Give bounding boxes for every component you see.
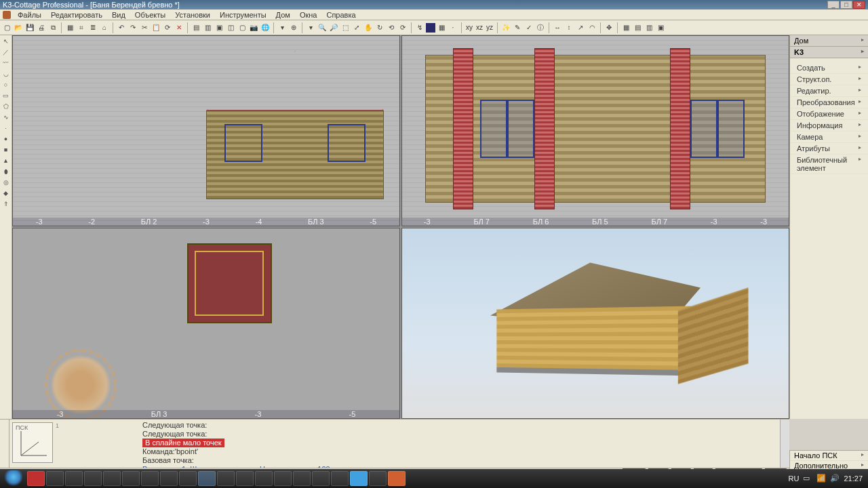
refresh-icon[interactable]: ⟳ (162, 22, 173, 33)
taskbar-item[interactable] (217, 471, 235, 486)
xy-button[interactable]: xy (465, 24, 474, 31)
taskbar-item[interactable] (103, 471, 121, 486)
menu-objects[interactable]: Объекты (131, 10, 170, 20)
cylinder-icon[interactable]: ⬮ (1, 167, 11, 176)
grid-icon[interactable]: ▦ (64, 22, 75, 33)
taskbar-item[interactable] (46, 471, 64, 486)
taskbar-item[interactable] (369, 471, 387, 486)
home-icon[interactable]: ⌂ (99, 22, 110, 33)
dim-h-icon[interactable]: ↔ (552, 22, 563, 33)
layer-icon[interactable]: ≣ (87, 22, 98, 33)
command-console[interactable]: Следующая точка: Следующая точка: В спла… (138, 420, 780, 468)
wire-icon[interactable]: ▦ (436, 22, 447, 33)
grid4-icon[interactable]: ▣ (655, 22, 666, 33)
taskbar-item[interactable] (312, 471, 330, 486)
grid3-icon[interactable]: ▥ (644, 22, 654, 33)
polygon-icon[interactable]: ⬠ (1, 102, 11, 111)
dim-v-icon[interactable]: ↕ (564, 22, 574, 33)
system-tray[interactable]: RU ▭ 📶 🔊 21:27 (789, 474, 867, 483)
taskbar-item[interactable] (198, 471, 216, 486)
taskbar-item[interactable] (27, 471, 45, 486)
tray-network-icon[interactable]: 📶 (816, 474, 826, 483)
globe-icon[interactable]: 🌐 (260, 22, 271, 33)
box-icon[interactable]: ▢ (237, 22, 248, 33)
taskbar-item[interactable] (65, 471, 83, 486)
cut-icon[interactable]: ✂ (139, 22, 150, 33)
window-cascade-icon[interactable]: ▥ (202, 22, 213, 33)
open-icon[interactable]: 📂 (13, 22, 24, 33)
side-item-create[interactable]: Создать▸ (790, 62, 868, 74)
rotate2-icon[interactable]: ⟳ (397, 22, 408, 33)
taskbar-item[interactable] (84, 471, 102, 486)
undo-icon[interactable]: ↶ (116, 22, 127, 33)
viewport-side[interactable]: -3БЛ 7 БЛ 6БЛ 5 БЛ 7-3 -3 (401, 35, 789, 226)
taskbar-item[interactable] (388, 471, 406, 486)
side-bottom-origin[interactable]: Начало ПСК▸ (790, 451, 868, 461)
paste-icon[interactable]: 📋 (151, 22, 161, 33)
side-item-attrs[interactable]: Атрибуты▸ (790, 143, 868, 155)
spline-icon[interactable]: ∿ (1, 113, 11, 122)
prism-icon[interactable]: ◆ (1, 188, 11, 198)
taskbar-item[interactable] (331, 471, 349, 486)
polyline-icon[interactable]: 〰 (1, 58, 11, 68)
point-icon[interactable]: · (1, 123, 11, 133)
menu-edit[interactable]: Редактировать (47, 10, 106, 20)
pencil-icon[interactable]: ✎ (512, 22, 523, 33)
taskbar-item[interactable] (236, 471, 254, 486)
grid1-icon[interactable]: ▦ (620, 22, 631, 33)
wand-icon[interactable]: ✨ (500, 22, 511, 33)
maximize-button[interactable]: □ (840, 1, 852, 9)
start-button[interactable] (1, 470, 26, 487)
axis-icon[interactable]: ↯ (414, 22, 425, 33)
snap-icon[interactable]: ⌗ (76, 22, 87, 33)
view-dropdown-icon[interactable]: ▾ (305, 22, 316, 33)
tray-flag-icon[interactable]: ▭ (803, 474, 812, 483)
taskbar-item[interactable] (160, 471, 178, 486)
extrude-icon[interactable]: ⇑ (1, 199, 11, 209)
taskbar-item[interactable] (350, 471, 368, 486)
line-icon[interactable]: ／ (1, 47, 11, 57)
torus-icon[interactable]: ◎ (1, 178, 11, 187)
check-icon[interactable]: ✓ (524, 22, 534, 33)
console-scrollbar[interactable] (780, 420, 789, 468)
viewport-front[interactable]: -3-2 БЛ 2-3 -4БЛ 3 -5 (12, 35, 400, 226)
cone-icon[interactable]: ▲ (1, 156, 11, 165)
side-item-display[interactable]: Отображение▸ (790, 108, 868, 120)
redo-icon[interactable]: ↷ (127, 22, 138, 33)
menu-tools[interactable]: Инструменты (216, 10, 271, 20)
window-split-icon[interactable]: ◫ (225, 22, 236, 33)
arc-icon[interactable]: ◡ (1, 69, 11, 79)
side-item-edit[interactable]: Редактир.▸ (790, 85, 868, 97)
zoom-window-icon[interactable]: ⬚ (340, 22, 351, 33)
fill-icon[interactable] (426, 23, 435, 33)
side-item-info[interactable]: Информация▸ (790, 120, 868, 131)
window-single-icon[interactable]: ▣ (214, 22, 224, 33)
new-icon[interactable]: ▢ (1, 22, 12, 33)
menu-view[interactable]: Вид (108, 10, 130, 20)
copy-icon[interactable]: ⧉ (47, 22, 58, 33)
orbit-icon[interactable]: ↻ (374, 22, 385, 33)
side-item-library[interactable]: Библиотечный элемент▸ (790, 155, 868, 174)
camera-icon[interactable]: 📷 (248, 22, 259, 33)
taskbar-item[interactable] (293, 471, 311, 486)
viewport-perspective[interactable] (401, 228, 789, 419)
tray-lang[interactable]: RU (789, 474, 800, 483)
close-button[interactable]: ✕ (853, 1, 865, 9)
rotate-icon[interactable]: ⟲ (386, 22, 397, 33)
zoom-out-icon[interactable]: 🔎 (328, 22, 339, 33)
delete-icon[interactable]: ✕ (174, 22, 184, 33)
side-item-camera[interactable]: Камера▸ (790, 131, 868, 143)
info-icon[interactable]: ⓘ (535, 22, 546, 33)
move-icon[interactable]: ✥ (604, 22, 614, 33)
menu-files[interactable]: Файлы (14, 10, 45, 20)
menu-settings[interactable]: Установки (171, 10, 214, 20)
tray-volume-icon[interactable]: 🔊 (830, 474, 840, 483)
menu-windows[interactable]: Окна (296, 10, 321, 20)
zoom-extents-icon[interactable]: ⤢ (351, 22, 362, 33)
dim-a-icon[interactable]: ↗ (575, 22, 586, 33)
target-icon[interactable]: ⊕ (288, 22, 299, 33)
viewport-top[interactable]: -3БЛ 3 -3-5 (12, 228, 400, 419)
window-tile-icon[interactable]: ▤ (191, 22, 201, 33)
taskbar-item[interactable] (141, 471, 159, 486)
yz-button[interactable]: yz (485, 24, 494, 31)
